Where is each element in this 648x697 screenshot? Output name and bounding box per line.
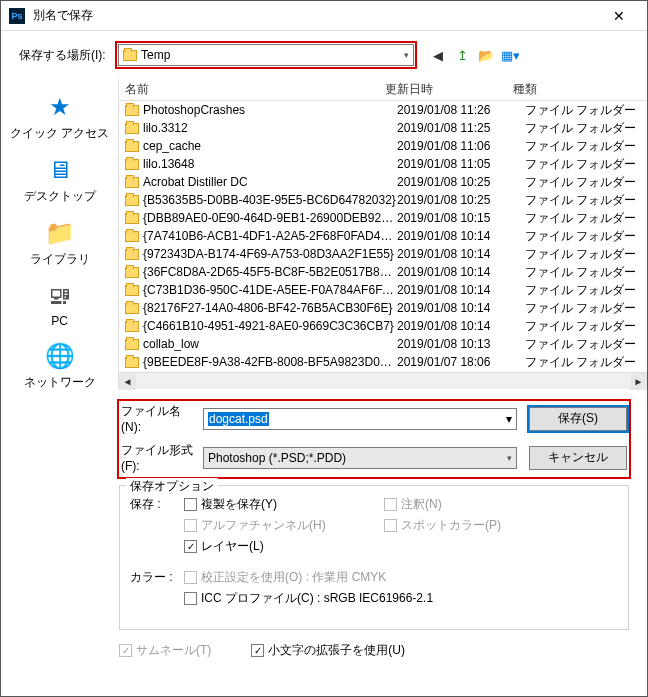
file-row[interactable]: {C4661B10-4951-4921-8AE0-9669C3C36CB7}20… — [119, 317, 647, 335]
spot-checkbox: スポットカラー(P) — [384, 517, 564, 534]
filename-input[interactable]: dogcat.psd ▾ — [203, 408, 517, 430]
cancel-button[interactable]: キャンセル — [529, 446, 627, 470]
file-row[interactable]: {C73B1D36-950C-41DE-A5EE-F0A784AF6FAB}20… — [119, 281, 647, 299]
filetype-combo[interactable]: Photoshop (*.PSD;*.PDD) ▾ — [203, 447, 517, 469]
folder-icon — [125, 249, 139, 260]
folder-icon — [125, 141, 139, 152]
chevron-down-icon: ▾ — [507, 453, 512, 463]
thumbnail-checkbox: ✓サムネール(T) — [119, 642, 211, 659]
folder-icon — [125, 357, 139, 368]
scroll-right-icon[interactable]: ► — [630, 373, 647, 390]
file-row[interactable]: {972343DA-B174-4F69-A753-08D3AA2F1E55}20… — [119, 245, 647, 263]
place-item[interactable]: 🌐ネットワーク — [1, 336, 118, 397]
filename-value: dogcat.psd — [208, 412, 269, 426]
places-bar: ★クイック アクセス🖥デスクトップ📁ライブラリ🖳PC🌐ネットワーク — [1, 79, 119, 389]
location-folder: Temp — [141, 48, 170, 62]
filetype-label: ファイル形式(F): — [121, 442, 199, 473]
file-list[interactable]: PhotoshopCrashes2019/01/08 11:26ファイル フォル… — [119, 101, 647, 372]
folder-icon — [125, 177, 139, 188]
folder-icon — [125, 123, 139, 134]
file-row[interactable]: {82176F27-14A0-4806-BF42-76B5ACB30F6E}20… — [119, 299, 647, 317]
location-label: 保存する場所(I): — [19, 47, 109, 64]
proof-checkbox: 校正設定を使用(O) : 作業用 CMYK — [184, 569, 433, 586]
place-item[interactable]: 📁ライブラリ — [1, 213, 118, 274]
close-button[interactable]: ✕ — [599, 1, 639, 31]
file-row[interactable]: PhotoshopCrashes2019/01/08 11:26ファイル フォル… — [119, 101, 647, 119]
file-row[interactable]: {B53635B5-D0BB-403E-95E5-BC6D64782032}20… — [119, 191, 647, 209]
folder-icon — [125, 303, 139, 314]
location-combo[interactable]: Temp ▾ — [118, 44, 414, 66]
save-button[interactable]: 保存(S) — [529, 407, 627, 431]
folder-icon — [125, 213, 139, 224]
folder-icon — [125, 267, 139, 278]
folder-icon — [125, 321, 139, 332]
icc-checkbox[interactable]: ICC プロファイル(C) : sRGB IEC61966-2.1 — [184, 590, 433, 607]
chevron-down-icon: ▾ — [404, 50, 409, 60]
new-folder-icon[interactable]: 📂 — [477, 46, 495, 64]
folder-icon — [123, 50, 137, 61]
scroll-left-icon[interactable]: ◄ — [119, 373, 136, 390]
layer-checkbox[interactable]: ✓レイヤー(L) — [184, 538, 384, 555]
file-row[interactable]: {36FC8D8A-2D65-45F5-BC8F-5B2E0517B8BC}20… — [119, 263, 647, 281]
back-icon[interactable]: ◀ — [429, 46, 447, 64]
folder-icon — [125, 339, 139, 350]
file-row[interactable]: {7A7410B6-ACB1-4DF1-A2A5-2F68F0FAD40A}20… — [119, 227, 647, 245]
save-sublabel: 保存 : — [130, 496, 184, 513]
folder-icon — [125, 159, 139, 170]
view-menu-icon[interactable]: ▦▾ — [501, 46, 519, 64]
place-item[interactable]: 🖥デスクトップ — [1, 150, 118, 211]
folder-icon — [125, 231, 139, 242]
filetype-value: Photoshop (*.PSD;*.PDD) — [208, 451, 346, 465]
save-options-group: 保存オプション 保存 : 複製を保存(Y) 注釈(N) アルファチャンネル(H)… — [119, 485, 629, 630]
folder-icon — [125, 285, 139, 296]
file-row[interactable]: {DBB89AE0-0E90-464D-9EB1-26900DEB9245}20… — [119, 209, 647, 227]
file-row[interactable]: cep_cache2019/01/08 11:06ファイル フォルダー — [119, 137, 647, 155]
color-sublabel: カラー : — [130, 569, 184, 586]
file-row[interactable]: lilo.33122019/01/08 11:25ファイル フォルダー — [119, 119, 647, 137]
place-item[interactable]: ★クイック アクセス — [1, 87, 118, 148]
file-row[interactable]: collab_low2019/01/08 10:13ファイル フォルダー — [119, 335, 647, 353]
file-row[interactable]: Acrobat Distiller DC2019/01/08 10:25ファイル… — [119, 173, 647, 191]
chevron-down-icon[interactable]: ▾ — [506, 412, 512, 426]
options-group-label: 保存オプション — [126, 478, 218, 495]
file-row[interactable]: {9BEEDE8F-9A38-42FB-8008-BF5A9823D07A}20… — [119, 353, 647, 371]
horizontal-scrollbar[interactable]: ◄ ► — [119, 372, 647, 389]
copy-checkbox[interactable]: 複製を保存(Y) — [184, 496, 384, 513]
up-icon[interactable]: ↥ — [453, 46, 471, 64]
filename-label: ファイル名(N): — [121, 403, 199, 434]
col-date[interactable]: 更新日時 — [385, 81, 513, 98]
app-icon: Ps — [9, 8, 25, 24]
folder-icon — [125, 195, 139, 206]
annotation-checkbox: 注釈(N) — [384, 496, 564, 513]
title-bar: Ps 別名で保存 ✕ — [1, 1, 647, 31]
alpha-checkbox: アルファチャンネル(H) — [184, 517, 384, 534]
folder-icon — [125, 105, 139, 116]
col-name[interactable]: 名前 — [125, 81, 385, 98]
column-headers[interactable]: 名前 更新日時 種類 — [119, 79, 647, 101]
col-type[interactable]: 種類 — [513, 81, 647, 98]
lowercase-ext-checkbox[interactable]: ✓小文字の拡張子を使用(U) — [251, 642, 405, 659]
file-row[interactable]: lilo.136482019/01/08 11:05ファイル フォルダー — [119, 155, 647, 173]
place-item[interactable]: 🖳PC — [1, 276, 118, 334]
window-title: 別名で保存 — [33, 7, 599, 24]
